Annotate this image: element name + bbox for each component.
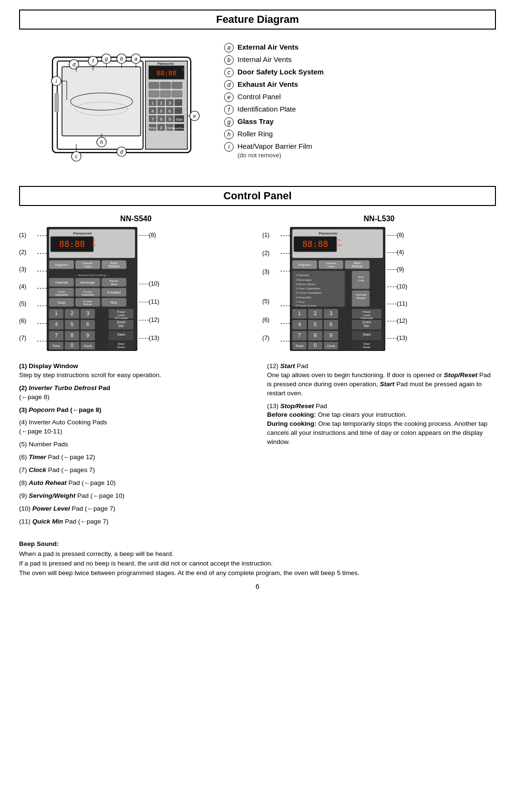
feature-title: Feature Diagram [19, 10, 496, 30]
svg-text:4: 4 [151, 109, 154, 113]
l530-left-labels: (1) (2) (3) (5) (6) (7) [262, 227, 280, 341]
l530-label-1: (1) [262, 232, 280, 238]
svg-text:%: % [338, 238, 340, 242]
svg-text:8: 8 [314, 332, 317, 338]
svg-text:1: 1 [298, 310, 301, 316]
feature-label-b: b Internal Air Vents [224, 55, 496, 65]
l530-label-2: (2) [262, 250, 280, 257]
svg-text:Power: Power [117, 310, 125, 313]
svg-text:Vegetable: Vegetable [55, 293, 68, 296]
svg-text:Timer: Timer [148, 126, 157, 130]
l530-right-labels: (8) (4) (9) (10) [387, 227, 407, 341]
svg-text:Stop/: Stop/ [363, 342, 370, 345]
beep-line-3: The oven will beep twice between program… [19, 569, 360, 576]
svg-rect-26 [175, 107, 182, 114]
svg-text:Inverter: Inverter [83, 262, 93, 265]
svg-text:3: 3 [330, 310, 332, 316]
desc-inverter-auto: (4) Inverter Auto Cooking Pads(←page 10-… [19, 418, 248, 436]
svg-text:Auto: Auto [358, 276, 364, 278]
desc-inverter-turbo: (2) Inverter Turbo Defrost Pad (←page 8) [19, 384, 248, 402]
l530-label-7: (7) [262, 335, 280, 341]
svg-rect-12 [172, 82, 182, 89]
svg-text:7: 7 [151, 117, 154, 122]
svg-text:Timer: Timer [52, 344, 61, 348]
svg-text:Stop/Reset: Stop/Reset [172, 127, 186, 130]
svg-text:Start: Start [117, 332, 126, 337]
l530-label-3: (3) [262, 268, 280, 275]
svg-text:g: g [105, 56, 108, 62]
desc-timer: (6) Timer Pad (←page 12) [19, 453, 248, 462]
model-name-s540: NN-S540 [19, 215, 253, 223]
svg-rect-14 [160, 91, 171, 97]
svg-text:%: % [181, 68, 184, 71]
l530-right-9: (9) [397, 266, 404, 273]
l530-label-6: (6) [262, 317, 280, 323]
svg-text:⅒: ⅒ [338, 243, 342, 247]
svg-text:5 Frozen Vegetables: 5 Frozen Vegetables [296, 291, 322, 294]
svg-text:Min: Min [118, 324, 124, 328]
s540-label-5: (5) [19, 300, 37, 307]
svg-text:b: b [120, 56, 123, 62]
desc-popcorn: (3) Popcorn Pad (←page 8) [19, 406, 248, 415]
svg-text:9: 9 [168, 117, 171, 122]
svg-text:6: 6 [86, 321, 89, 327]
s540-right-labels: (8) (10) (11) (12) [139, 227, 159, 341]
svg-text:3: 3 [86, 310, 89, 316]
svg-text:/10Levels: /10Levels [360, 317, 373, 319]
svg-text:Turbo: Turbo [327, 265, 335, 268]
svg-text:Quick: Quick [117, 320, 125, 324]
svg-text:— Inverter Auto Cooking —: — Inverter Auto Cooking — [74, 274, 109, 277]
svg-text:4: 4 [55, 321, 58, 327]
svg-text:Oatmeal: Oatmeal [55, 281, 68, 284]
svg-text:Soup: Soup [58, 301, 65, 305]
svg-text:Start: Start [363, 332, 371, 337]
feature-label-c: c Door Safety Lock System [224, 68, 496, 77]
svg-text:9: 9 [86, 332, 89, 338]
svg-text:Inverter: Inverter [326, 262, 336, 265]
svg-text:6 Potato/Bel: 6 Potato/Bel [296, 296, 311, 299]
svg-rect-2 [62, 67, 141, 136]
svg-text:8 Frozen Entree: 8 Frozen Entree [296, 304, 317, 307]
l530-right-13: (13) [397, 335, 407, 341]
svg-text:0: 0 [160, 125, 162, 130]
svg-text:Turbo: Turbo [84, 265, 92, 268]
svg-text:Reset: Reset [117, 346, 125, 349]
l530-panel-svg: Panasonic 88:88 % ⅒ Popcorn Inverter Tur… [290, 227, 385, 352]
svg-text:Popcorn: Popcorn [299, 263, 311, 267]
svg-rect-11 [160, 82, 171, 89]
svg-text:d: d [120, 149, 124, 154]
svg-text:5: 5 [160, 109, 162, 113]
svg-rect-46 [55, 93, 59, 112]
l530-left-lines [280, 227, 290, 341]
l530-right-12: (12) [397, 318, 407, 324]
model-name-l530: NN-L530 [262, 215, 496, 223]
svg-text:2 Beverages: 2 Beverages [296, 278, 312, 281]
desc-auto-reheat: (8) Auto Reheat Pad (←page 10) [19, 479, 248, 488]
s540-left-labels: (1) (2) (3) (4) (5) (6) (7) [19, 227, 37, 341]
desc-start-pad: (12) Start Pad One tap allows oven to be… [267, 362, 496, 398]
s540-label-6: (6) [19, 318, 37, 324]
beep-line-1: When a pad is pressed correctly, a beep … [19, 550, 174, 557]
svg-text:Clock: Clock [327, 344, 335, 348]
svg-text:Timer: Timer [295, 344, 304, 348]
panel-nn-s540: NN-S540 (1) (2) (3) (4) (5) (6) (7) [19, 215, 253, 352]
svg-text:Potat/Bel: Potat/Bel [107, 291, 121, 294]
s540-label-2: (2) [19, 249, 37, 256]
svg-text:/10 Levels: /10 Levels [114, 317, 127, 319]
feature-label-h: h Roller Ring [224, 130, 496, 139]
s540-left-lines [37, 227, 47, 341]
svg-text:Panasonic: Panasonic [319, 231, 338, 236]
svg-text:7: 7 [55, 332, 58, 338]
l530-right-11: (11) [397, 300, 407, 307]
svg-rect-15 [172, 91, 182, 97]
svg-text:2: 2 [71, 310, 73, 316]
s540-right-13: (13) [149, 335, 159, 341]
svg-text:Reset: Reset [363, 346, 371, 349]
svg-text:7: 7 [298, 332, 301, 338]
svg-text:e: e [193, 113, 196, 119]
svg-text:9: 9 [330, 332, 332, 338]
svg-text:Panasonic: Panasonic [157, 62, 174, 65]
svg-text:Meat: Meat [111, 283, 117, 286]
microwave-svg: 88:88 % Panasonic 1 2 3 [19, 38, 210, 172]
svg-text:Clock: Clock [83, 344, 92, 348]
